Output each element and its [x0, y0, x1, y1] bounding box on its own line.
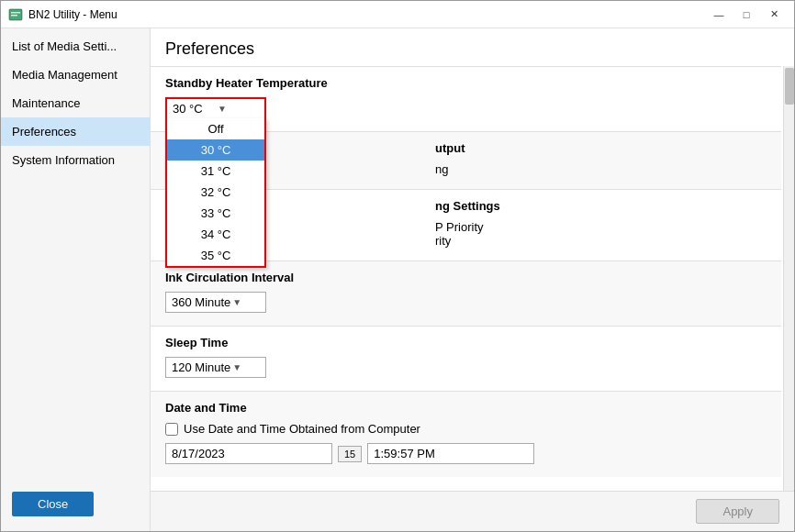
dropdown-option-34c[interactable]: 34 °C [167, 224, 264, 245]
dropdown-option-31c[interactable]: 31 °C [167, 161, 264, 182]
sleep-time-section: Sleep Time 120 Minute ▼ [151, 326, 781, 391]
time-input[interactable] [367, 443, 534, 464]
standby-heater-dropdown-container: 30 °C ▼ Off 30 °C 31 °C 32 °C 33 °C 34 °… [165, 97, 266, 118]
ink-circulation-arrow-icon: ▼ [232, 297, 241, 307]
dropdown-option-30c[interactable]: 30 °C [167, 139, 264, 161]
date-time-checkbox-row: Use Date and Time Obtained from Computer [165, 422, 767, 436]
content-footer: Apply [151, 491, 794, 531]
window-title: BN2 Utility - Menu [28, 8, 706, 21]
sidebar-item-list-media[interactable]: List of Media Setti... [1, 32, 150, 61]
use-computer-datetime-label: Use Date and Time Obtained from Computer [184, 422, 420, 436]
scrollbar[interactable] [783, 66, 794, 491]
ink-circulation-dropdown-row: 360 Minute ▼ [165, 292, 767, 313]
dropdown-arrow-icon: ▼ [218, 104, 259, 114]
maximize-button[interactable]: □ [733, 6, 759, 24]
ink-circulation-title: Ink Circulation Interval [165, 271, 767, 284]
sleep-time-dropdown[interactable]: 120 Minute ▼ [165, 357, 266, 378]
content-body: Standby Heater Temperature 30 °C ▼ Off 3… [151, 66, 794, 491]
printing-settings-sub1: P Priority [435, 220, 767, 234]
apply-button[interactable]: Apply [696, 499, 779, 524]
standby-heater-dropdown-list: Off 30 °C 31 °C 32 °C 33 °C 34 °C 35 °C [165, 118, 266, 268]
sleep-time-dropdown-row: 120 Minute ▼ [165, 357, 767, 378]
dropdown-option-33c[interactable]: 33 °C [167, 203, 264, 224]
date-time-title: Date and Time [165, 401, 767, 415]
sidebar-footer: Close [1, 477, 150, 531]
standby-heater-section: Standby Heater Temperature 30 °C ▼ Off 3… [151, 66, 781, 131]
content-area: Preferences Standby Heater Temperature 3… [151, 28, 794, 531]
sleep-time-arrow-icon: ▼ [232, 362, 241, 372]
date-input[interactable] [165, 443, 332, 464]
date-time-input-row: 15 [165, 443, 767, 464]
svg-rect-1 [11, 12, 20, 14]
date-picker-button[interactable]: 15 [338, 446, 362, 462]
minimize-button[interactable]: — [706, 6, 732, 24]
page-title: Preferences [151, 28, 794, 66]
sidebar-item-media-management[interactable]: Media Management [1, 61, 150, 89]
window-controls: — □ ✕ [706, 6, 787, 24]
dropdown-option-32c[interactable]: 32 °C [167, 182, 264, 203]
main-layout: List of Media Setti... Media Management … [1, 28, 794, 531]
standby-heater-dropdown[interactable]: 30 °C ▼ [165, 97, 266, 118]
title-bar: BN2 Utility - Menu — □ ✕ [1, 1, 794, 28]
window-close-button[interactable]: ✕ [761, 6, 787, 24]
date-time-section: Date and Time Use Date and Time Obtained… [151, 391, 781, 477]
dropdown-option-off[interactable]: Off [167, 118, 264, 139]
sidebar-item-preferences[interactable]: Preferences [1, 117, 150, 146]
output-title-partial: utput [435, 141, 767, 155]
ink-circulation-dropdown[interactable]: 360 Minute ▼ [165, 292, 266, 313]
window-icon [8, 7, 23, 22]
printing-settings-title-partial: ng Settings [435, 199, 767, 213]
dropdown-option-35c[interactable]: 35 °C [167, 245, 264, 266]
ink-circulation-section: Ink Circulation Interval 360 Minute ▼ [151, 260, 781, 326]
sidebar: List of Media Setti... Media Management … [1, 28, 151, 531]
close-button[interactable]: Close [12, 492, 94, 516]
sleep-time-title: Sleep Time [165, 336, 767, 349]
svg-rect-2 [11, 15, 17, 17]
scrollbar-thumb[interactable] [785, 68, 794, 105]
printing-settings-sub2: rity [435, 234, 767, 248]
main-window: BN2 Utility - Menu — □ ✕ List of Media S… [0, 0, 795, 532]
standby-heater-title: Standby Heater Temperature [165, 76, 767, 90]
use-computer-datetime-checkbox[interactable] [165, 423, 178, 436]
sidebar-item-system-information[interactable]: System Information [1, 146, 150, 174]
output-subtitle-partial: ng [435, 162, 767, 176]
sidebar-item-maintenance[interactable]: Maintenance [1, 89, 150, 117]
